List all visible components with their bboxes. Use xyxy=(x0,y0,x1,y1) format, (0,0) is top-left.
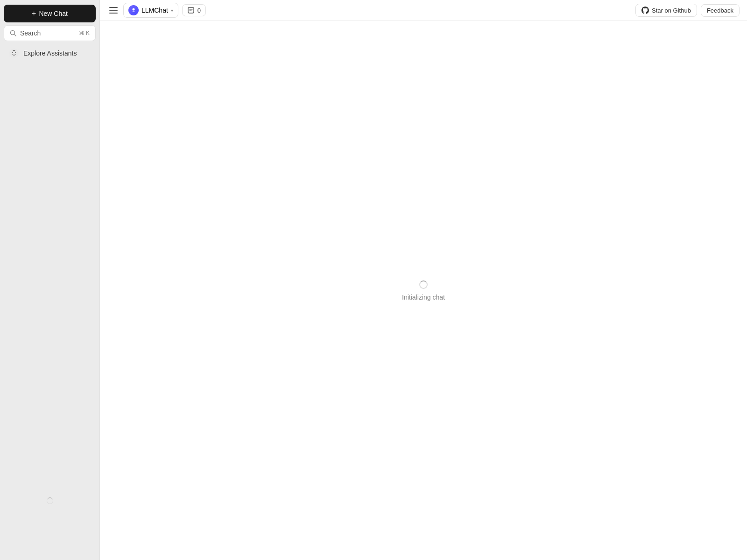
search-shortcut: ⌘ K xyxy=(79,30,90,36)
svg-rect-6 xyxy=(109,7,118,8)
loading-spinner xyxy=(419,280,428,289)
feedback-button[interactable]: Feedback xyxy=(701,4,740,17)
sidebar-toggle-button[interactable] xyxy=(107,5,120,16)
svg-rect-8 xyxy=(109,13,118,14)
topbar: LLMChat ▾ 0 Star on Github Feedback xyxy=(100,0,747,21)
svg-rect-10 xyxy=(133,11,134,12)
svg-rect-4 xyxy=(15,52,16,53)
model-selector-button[interactable]: LLMChat ▾ xyxy=(123,3,178,18)
explore-assistants-label: Explore Assistants xyxy=(23,49,77,57)
svg-rect-7 xyxy=(109,10,118,11)
svg-rect-12 xyxy=(188,7,194,13)
artifact-icon xyxy=(187,7,195,14)
chevron-down-icon: ▾ xyxy=(171,8,173,13)
search-label: Search xyxy=(20,29,41,37)
explore-assistants-item[interactable]: Explore Assistants xyxy=(4,44,96,63)
artifact-count: 0 xyxy=(197,7,201,14)
star-github-button[interactable]: Star on Github xyxy=(635,4,697,17)
topbar-right: Star on Github Feedback xyxy=(635,4,740,17)
github-icon xyxy=(641,7,649,14)
svg-rect-11 xyxy=(134,11,134,12)
feedback-label: Feedback xyxy=(707,7,733,14)
svg-rect-3 xyxy=(12,52,13,53)
assistants-icon xyxy=(8,48,20,59)
initializing-container: Initializing chat xyxy=(402,280,445,301)
search-icon xyxy=(10,30,16,36)
sidebar-spinner xyxy=(47,497,53,504)
sidebar: + New Chat Search ⌘ K Explore Assistants xyxy=(0,0,99,560)
new-chat-label: New Chat xyxy=(39,10,67,17)
initializing-text: Initializing chat xyxy=(402,294,445,301)
sidebar-toggle-icon xyxy=(109,7,118,14)
artifact-button[interactable]: 0 xyxy=(182,4,206,16)
main-area: LLMChat ▾ 0 Star on Github Feedback xyxy=(99,0,747,560)
model-logo xyxy=(128,5,139,15)
model-name-label: LLMChat xyxy=(141,7,168,14)
plus-icon: + xyxy=(32,9,36,18)
main-content: Initializing chat xyxy=(100,21,747,560)
new-chat-button[interactable]: + New Chat xyxy=(4,5,96,22)
search-button[interactable]: Search ⌘ K xyxy=(4,25,96,41)
star-github-label: Star on Github xyxy=(652,7,691,14)
svg-point-9 xyxy=(133,8,135,11)
svg-line-1 xyxy=(14,35,16,36)
